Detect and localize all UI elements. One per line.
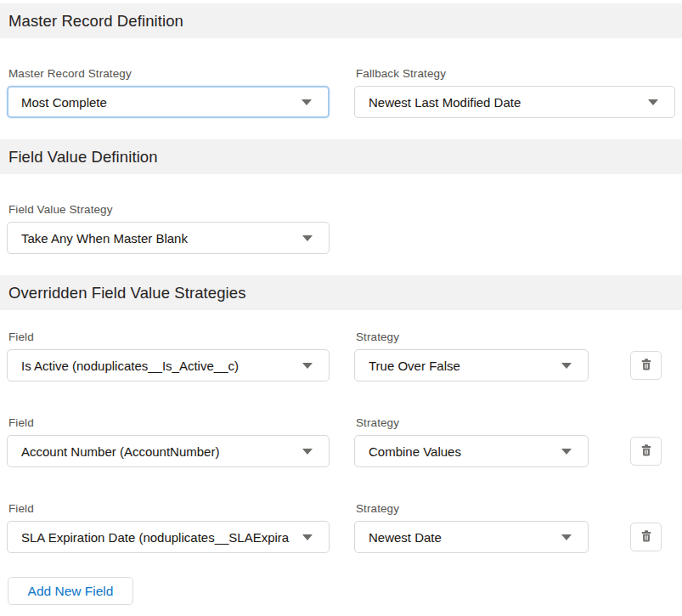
section-header-field-value: Field Value Definition [0, 139, 682, 174]
override-field-select[interactable]: Account Number (AccountNumber) [7, 435, 330, 467]
delete-row-button[interactable] [630, 437, 662, 466]
override-strategy-select[interactable]: Combine Values [354, 435, 589, 467]
delete-row-button[interactable] [630, 351, 662, 380]
master-record-strategy-label: Master Record Strategy [7, 67, 330, 80]
dropdown-arrow-icon [561, 363, 572, 369]
override-strategy-value: True Over False [369, 359, 555, 373]
override-strategy-select[interactable]: True Over False [354, 349, 589, 381]
override-strategy-select[interactable]: Newest Date [354, 521, 589, 553]
merge-settings-page: Master Record Definition Master Record S… [0, 0, 682, 605]
override-strategy-label: Strategy [354, 502, 589, 515]
section-header-overrides: Overridden Field Value Strategies [0, 275, 682, 310]
override-field-label: Field [7, 331, 330, 343]
override-field-label: Field [7, 502, 330, 515]
field-value-strategy-value: Take Any When Master Blank [21, 231, 296, 246]
override-strategy-label: Strategy [354, 416, 589, 429]
override-row: Field SLA Expiration Date (noduplicates_… [7, 502, 682, 553]
dropdown-arrow-icon [302, 363, 313, 369]
fallback-strategy-label: Fallback Strategy [354, 67, 675, 80]
dropdown-arrow-icon [302, 99, 312, 105]
override-field-select[interactable]: Is Active (noduplicates__Is_Active__c) [7, 349, 330, 381]
master-record-strategy-value: Most Complete [21, 95, 296, 110]
override-field-select[interactable]: SLA Expiration Date (noduplicates__SLAEx… [7, 521, 330, 553]
dropdown-arrow-icon [561, 534, 572, 540]
dropdown-arrow-icon [302, 534, 313, 540]
override-strategy-value: Combine Values [369, 444, 555, 459]
trash-icon [640, 358, 653, 374]
field-value-strategy-select[interactable]: Take Any When Master Blank [7, 222, 330, 254]
override-field-value: Account Number (AccountNumber) [21, 444, 296, 459]
override-strategy-label: Strategy [354, 331, 589, 343]
fallback-strategy-value: Newest Last Modified Date [369, 95, 642, 110]
override-field-label: Field [7, 416, 330, 429]
section-header-master-record: Master Record Definition [0, 3, 682, 38]
override-strategy-value: Newest Date [369, 530, 555, 545]
dropdown-arrow-icon [561, 449, 572, 455]
trash-icon [640, 444, 653, 460]
add-new-field-button[interactable]: Add New Field [8, 577, 133, 605]
override-field-value: Is Active (noduplicates__Is_Active__c) [21, 359, 296, 373]
override-field-value: SLA Expiration Date (noduplicates__SLAEx… [21, 530, 296, 545]
field-value-strategy-label: Field Value Strategy [7, 203, 330, 216]
fallback-strategy-select[interactable]: Newest Last Modified Date [354, 86, 675, 118]
trash-icon [640, 529, 653, 545]
dropdown-arrow-icon [302, 449, 313, 455]
override-row: Field Account Number (AccountNumber) Str… [7, 416, 682, 467]
delete-row-button[interactable] [630, 523, 662, 551]
master-record-strategy-select[interactable]: Most Complete [7, 86, 330, 118]
dropdown-arrow-icon [648, 99, 658, 105]
dropdown-arrow-icon [302, 235, 313, 241]
override-row: Field Is Active (noduplicates__Is_Active… [7, 331, 682, 381]
